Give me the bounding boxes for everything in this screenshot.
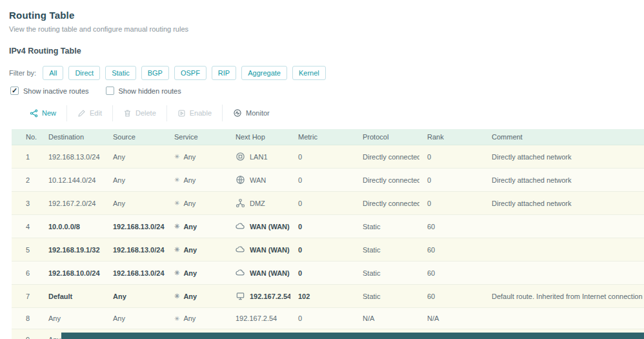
comment-cell: Default route. Inherited from Internet c… [484, 285, 644, 308]
filter-button-direct[interactable]: Direct [68, 66, 100, 80]
filter-button-static[interactable]: Static [105, 66, 136, 80]
comment-cell: Directly attached network [484, 169, 644, 192]
service-label: Any [183, 200, 196, 207]
page-title: Routing Table [9, 10, 644, 21]
service-label: Any [183, 153, 196, 161]
rank-cell: 60 [419, 215, 484, 238]
service-cell: ✳Any [166, 215, 228, 238]
any-service-icon: ✳ [174, 200, 179, 207]
filter-button-bgp[interactable]: BGP [141, 66, 169, 80]
metric-cell: 0 [290, 145, 355, 169]
row-number-cell: 7 [12, 285, 41, 308]
next-hop-value: 192.167.2.54 [236, 314, 283, 322]
next-hop-value: DMZ [236, 198, 283, 208]
column-header-source: Source [105, 129, 166, 145]
edit-icon [77, 109, 86, 118]
host-icon [236, 291, 245, 301]
new-button[interactable]: New [19, 105, 66, 121]
service-value: ✳Any [174, 293, 220, 300]
next-hop-value: WAN [236, 175, 283, 185]
next-hop-cell: 192.167.2.54 [228, 308, 290, 329]
protocol-cell: N/A [355, 308, 419, 329]
next-hop-label: WAN (WAN) [250, 223, 290, 231]
service-cell: ✳Any [166, 308, 228, 329]
next-hop-value: WAN (WAN) [236, 221, 283, 231]
table-row[interactable]: 3192.167.2.0/24Any✳AnyDMZ0Directly conne… [12, 192, 644, 215]
table-row[interactable]: 5192.168.19.1/32192.168.13.0/24✳AnyWAN (… [12, 238, 644, 262]
table-row[interactable]: 8AnyAny✳Any192.167.2.540N/AN/A [12, 308, 644, 329]
metric-cell: 0 [290, 308, 355, 329]
globe-icon [236, 175, 245, 185]
delete-button[interactable]: Delete [112, 105, 166, 121]
next-hop-label: WAN (WAN) [250, 246, 290, 254]
source-cell: Any [105, 169, 166, 192]
checkbox-show-inactive-routes[interactable]: ✓Show inactive routes [10, 87, 89, 95]
new-route-icon [30, 109, 38, 118]
column-header-protocol: Protocol [355, 129, 419, 145]
column-header-metric: Metric [290, 129, 355, 145]
row-number-cell: 8 [12, 308, 41, 329]
service-label: Any [183, 293, 197, 300]
toolbar-button-label: Edit [90, 109, 102, 117]
destination-cell: 192.168.19.1/32 [41, 238, 105, 262]
comment-cell: Directly attached network [484, 192, 644, 215]
service-label: Any [183, 223, 197, 231]
next-hop-cell: WAN (WAN) [228, 215, 290, 238]
next-hop-cell: DMZ [228, 192, 290, 215]
metric-cell: 0 [290, 262, 355, 285]
table-body: 1192.168.13.0/24Any✳AnyLAN10Directly con… [12, 145, 644, 339]
next-hop-value: 192.167.2.54 [236, 291, 283, 301]
row-number-cell: 9 [12, 329, 41, 339]
filter-button-kernel[interactable]: Kernel [292, 66, 326, 80]
metric-cell: 0 [290, 169, 355, 192]
next-hop-cell: LAN1 [228, 145, 290, 169]
filter-button-rip[interactable]: RIP [212, 66, 236, 80]
metric-cell: 0 [290, 238, 355, 262]
table-row[interactable]: 410.0.0.0/8192.168.13.0/24✳AnyWAN (WAN)0… [12, 215, 644, 238]
column-header-destination: Destination [41, 129, 105, 145]
filter-button-aggregate[interactable]: Aggregate [241, 66, 287, 80]
table-row[interactable]: 7DefaultAny✳Any192.167.2.54102Static60De… [12, 285, 644, 308]
any-service-icon: ✳ [174, 315, 179, 322]
service-label: Any [183, 246, 197, 254]
any-service-icon: ✳ [174, 246, 179, 253]
service-cell: ✳Any [166, 192, 228, 215]
next-hop-value: WAN (WAN) [236, 268, 283, 278]
metric-cell: 0 [290, 215, 355, 238]
lan-icon [236, 152, 245, 161]
action-toolbar: NewEditDeleteEnableMonitor [12, 103, 644, 123]
protocol-cell: Static [355, 215, 419, 238]
row-number-cell: 6 [12, 262, 41, 285]
filter-button-all[interactable]: All [43, 66, 63, 80]
service-cell: ✳Any [166, 285, 228, 308]
protocol-cell: Static [355, 285, 419, 308]
next-hop-value: WAN (WAN) [236, 245, 283, 254]
rank-cell: 0 [419, 169, 484, 192]
enable-icon [177, 109, 186, 118]
toolbar-button-label: Enable [190, 109, 212, 117]
next-hop-label: DMZ [250, 200, 265, 207]
checkbox-box[interactable] [106, 87, 114, 95]
table-row[interactable]: 210.12.144.0/24Any✳AnyWAN0Directly conne… [12, 169, 644, 192]
filter-button-ospf[interactable]: OSPF [174, 66, 206, 80]
any-service-icon: ✳ [174, 293, 179, 300]
column-header-next-hop: Next Hop [228, 129, 290, 145]
column-header-rank: Rank [419, 129, 484, 145]
next-hop-value: LAN1 [236, 152, 283, 161]
destination-cell: 10.0.0.0/8 [41, 215, 105, 238]
checkbox-label: Show inactive routes [23, 87, 89, 95]
table-row[interactable]: 1192.168.13.0/24Any✳AnyLAN10Directly con… [12, 145, 644, 169]
page-header: Routing Table View the routing table and… [0, 0, 644, 56]
service-cell: ✳Any [166, 238, 228, 262]
checkbox-checked-icon[interactable]: ✓ [10, 87, 19, 95]
monitor-button[interactable]: Monitor [222, 105, 280, 121]
table-row[interactable]: 6192.168.10.0/24192.168.13.0/24✳AnyWAN (… [12, 262, 644, 285]
service-cell: ✳Any [166, 145, 228, 169]
page-subtitle: View the routing table and configure man… [9, 25, 644, 33]
edit-button[interactable]: Edit [66, 105, 112, 121]
service-cell: ✳Any [166, 169, 228, 192]
column-header-no: No. [12, 129, 41, 145]
enable-button[interactable]: Enable [166, 105, 222, 121]
filter-button-list: AllDirectStaticBGPOSPFRIPAggregateKernel [43, 66, 326, 80]
checkbox-show-hidden-routes[interactable]: Show hidden routes [106, 87, 181, 95]
